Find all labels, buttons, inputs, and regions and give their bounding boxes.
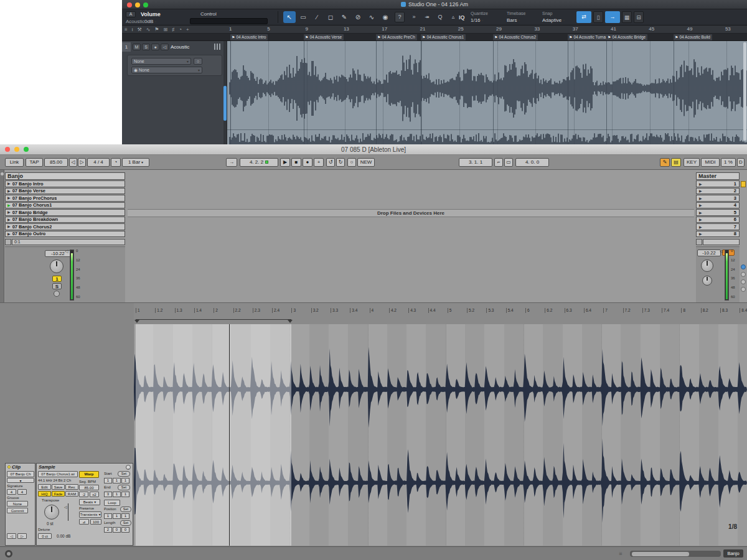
- metronome-toggle[interactable]: ◔: [111, 158, 121, 167]
- master-title[interactable]: Master: [696, 172, 740, 180]
- clip-ruler[interactable]: 11.21.31.422.22.32.433.23.33.444.24.34.4…: [134, 308, 747, 318]
- quantization-menu[interactable]: 1 Bar▾: [122, 158, 149, 167]
- arrangement-marker[interactable]: 04 Acoustic Verse: [304, 34, 344, 40]
- position-bars[interactable]: 1: [104, 513, 112, 519]
- wrench-icon[interactable]: ⚒: [137, 27, 141, 32]
- overdub-button[interactable]: +: [314, 158, 324, 167]
- record-arm-button[interactable]: ●: [151, 44, 159, 50]
- arrangement-marker[interactable]: 04 Acoustic Build: [674, 34, 712, 40]
- arrangement-marker[interactable]: 04 Acoustic Bridge: [606, 34, 647, 40]
- scene-slot[interactable]: ▶1: [696, 180, 740, 187]
- length-bars[interactable]: 2: [104, 527, 112, 533]
- play-button[interactable]: ▶: [280, 158, 290, 167]
- panel-expand-icon[interactable]: →: [126, 465, 131, 470]
- arrangement-area[interactable]: [227, 41, 747, 144]
- reenable-automation-button[interactable]: ↻: [336, 158, 345, 167]
- save-button[interactable]: Save: [52, 484, 65, 490]
- arrangement-marker[interactable]: 04 Acoustic PreCh: [376, 34, 417, 40]
- monitor-button[interactable]: ◁: [161, 44, 169, 50]
- scene-slot[interactable]: ▶5: [696, 209, 740, 216]
- reverse-button[interactable]: Rev.: [65, 484, 78, 490]
- sample-name-field[interactable]: 07 Banjo Chorus1.wi: [38, 471, 78, 477]
- nudge-up-button[interactable]: ▷: [78, 158, 86, 167]
- add-track-icon[interactable]: +: [186, 27, 189, 32]
- transient-loop-mode[interactable]: ⊿: [79, 519, 89, 525]
- master-pan-knob[interactable]: [701, 259, 713, 272]
- loop-toggle[interactable]: Loop: [104, 500, 120, 506]
- automation-icon[interactable]: ∿: [146, 27, 151, 32]
- master-volume-display[interactable]: -10.22: [697, 250, 721, 256]
- key-map-button[interactable]: KEY: [684, 158, 700, 167]
- stop-button[interactable]: ■: [291, 158, 301, 167]
- edit-button[interactable]: Edit: [38, 484, 51, 490]
- studio-one-titlebar[interactable]: Studio One - 04 126 Am: [122, 0, 747, 9]
- arrangement-marker[interactable]: 04 Acoustic Intro: [230, 34, 268, 40]
- autoscroll-icon[interactable]: ↠: [421, 11, 433, 23]
- clip-play-icon[interactable]: ▶: [7, 203, 11, 207]
- db-value-dropdown[interactable]: 0dB▾: [144, 19, 156, 24]
- clip-play-icon[interactable]: ▶: [7, 182, 11, 185]
- scene-play-icon[interactable]: ▶: [699, 225, 702, 229]
- start-bars[interactable]: 1: [104, 478, 112, 483]
- horizontal-scrollbar[interactable]: [630, 551, 721, 557]
- end-beats[interactable]: 1: [113, 492, 121, 497]
- nudge-down-button[interactable]: ◁: [69, 158, 77, 167]
- ram-toggle[interactable]: RAM: [65, 491, 78, 497]
- clip-name-field[interactable]: 07 Banjo Ch: [7, 471, 34, 477]
- mute-button[interactable]: M: [133, 44, 141, 50]
- half-tempo-button[interactable]: :2: [79, 492, 88, 497]
- clip-gain-slider[interactable]: ◁: [65, 503, 70, 521]
- keyboard-map-icon[interactable]: ▤: [671, 158, 681, 167]
- control-link-display[interactable]: [190, 18, 268, 24]
- draw-mode-button[interactable]: ✎: [660, 158, 670, 167]
- cue-volume-knob[interactable]: [702, 276, 712, 286]
- playhead[interactable]: [229, 324, 230, 546]
- scrollbar-thumb[interactable]: [632, 552, 689, 556]
- loop-length-field[interactable]: 4. 0. 0: [515, 158, 549, 167]
- arrangement-position-display[interactable]: 4. 2. 2: [240, 158, 278, 167]
- hiq-toggle[interactable]: HiQ: [38, 491, 51, 497]
- clip-slot[interactable]: ▶07 Banjo Verse: [5, 188, 125, 195]
- clip-play-icon[interactable]: ▶: [7, 225, 11, 228]
- seg-bpm-field[interactable]: 85.00: [79, 485, 99, 490]
- clip-play-icon[interactable]: ▶: [7, 218, 11, 222]
- end-bars[interactable]: 3: [104, 492, 112, 497]
- slider-handle-icon[interactable]: ◁: [64, 505, 67, 509]
- position-set-button[interactable]: Set: [120, 506, 131, 512]
- menu-icon[interactable]: ≡: [125, 27, 128, 32]
- mixer-section-toggle[interactable]: [741, 287, 746, 292]
- arrangement-scrollbar[interactable]: [743, 42, 746, 141]
- start-sixteenths[interactable]: 1: [121, 478, 129, 483]
- nudge-back-button[interactable]: ◁: [7, 533, 16, 539]
- timeline-ruler[interactable]: ≡i⚒∿⚑⊞♯◔+ 1591317212529333741454953: [122, 26, 747, 34]
- warp-mode-select[interactable]: Beats▾: [79, 499, 100, 505]
- track-title[interactable]: Banjo: [5, 172, 125, 180]
- quantize-dropdown[interactable]: 1/16▾: [471, 17, 484, 23]
- arrangement-marker[interactable]: 04 Acoustic Chorus1: [421, 34, 466, 40]
- midi-map-button[interactable]: MIDI: [701, 158, 720, 167]
- overview-toggle[interactable]: [741, 181, 746, 187]
- signature-numerator[interactable]: 4: [7, 489, 16, 495]
- clip-play-icon[interactable]: ▶: [7, 210, 11, 214]
- timebase-dropdown[interactable]: Bars▾: [507, 17, 520, 23]
- clip-active-led[interactable]: [7, 465, 11, 469]
- scene-slot[interactable]: ▶4: [696, 202, 740, 209]
- clip-slot[interactable]: ▶07 Banjo Chorus1: [5, 202, 125, 209]
- grid-icon[interactable]: ⊞: [164, 27, 168, 32]
- start-beats[interactable]: 1: [113, 478, 121, 483]
- punch-in-toggle[interactable]: ⌐: [494, 158, 503, 167]
- info-view-toggle[interactable]: [5, 550, 12, 558]
- scene-play-icon[interactable]: ▶: [699, 203, 702, 207]
- scene-play-icon[interactable]: ▶: [699, 231, 702, 236]
- grid-options-button[interactable]: ▦: [622, 11, 632, 23]
- track-name[interactable]: Acoustic: [171, 44, 189, 50]
- detune-field[interactable]: 0 ct: [38, 533, 52, 539]
- clip-play-icon[interactable]: ▶: [7, 196, 11, 200]
- clip-slot[interactable]: ▶07 Banjo Chorus2: [5, 223, 125, 230]
- scene-slot[interactable]: ▶8: [696, 231, 740, 238]
- vertical-scrollbar-thumb[interactable]: [223, 86, 227, 121]
- follow-playhead-toggle[interactable]: →: [605, 11, 620, 23]
- follow-toggle[interactable]: →: [226, 158, 237, 167]
- pan-knob[interactable]: [50, 259, 63, 273]
- automation-selector[interactable]: A: [126, 11, 136, 17]
